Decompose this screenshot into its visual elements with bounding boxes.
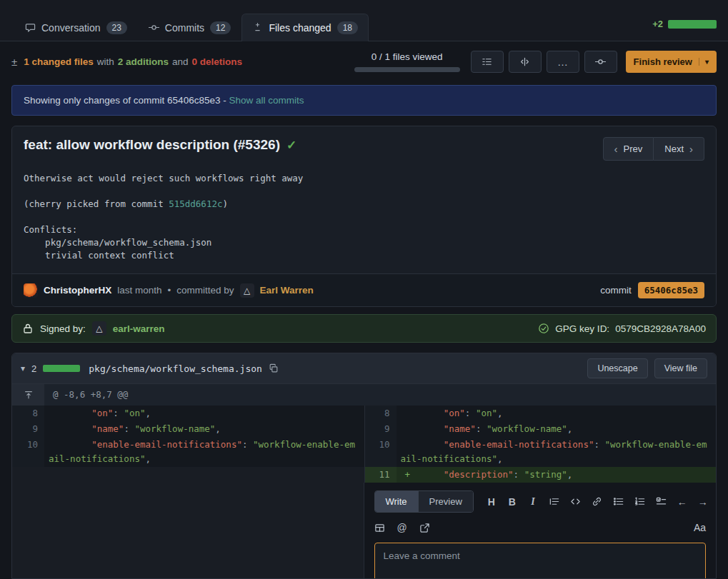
gpg-key-label: GPG key ID: [555,323,609,334]
expand-hunk-button[interactable] [12,384,44,406]
split-view-button[interactable] [509,51,542,73]
author-link[interactable]: ChristopherHX [44,285,111,296]
review-toolbar: ± 1 changed files with 2 additions and 0… [0,41,728,81]
blank-line [24,211,704,223]
ordered-list-icon[interactable] [634,496,645,507]
tab-commits[interactable]: Commits 12 [138,14,242,41]
next-label: Next [664,144,684,154]
finish-review-button[interactable]: Finish review ▾ [626,51,717,73]
columns-icon [519,56,530,67]
prev-commit-button[interactable]: ‹ Prev [603,137,654,161]
commit-message-line: trivial context conflict [24,249,704,262]
more-options-button[interactable]: … [547,51,579,73]
gpg-key-group: GPG key ID: 0579CB2928A78A00 [538,323,706,334]
tab-label: Commits [165,22,204,34]
commit-message-line: pkg/schema/workflow_schema.json [24,236,704,249]
new-line-number[interactable]: 8 [364,406,397,421]
committer-avatar[interactable]: △ [240,283,254,298]
new-line-number[interactable]: 11 [364,467,397,483]
global-diff-stat: +2 [652,19,717,41]
file-additions-count: 2 [31,363,36,374]
committed-by-text: committed by [176,285,234,296]
diff-grid: @ -8,6 +8,7 @@ 8 "on": "on",8 "on": "on"… [12,384,716,483]
diff-plusminus-icon: ± [11,56,17,68]
tab-label: Conversation [41,22,101,34]
commit-message-line: Conflicts: [24,223,704,236]
pr-tabbar: Conversation 23 Commits 12 Files changed… [0,0,728,41]
file-header: ▾ 2 pkg/schema/workflow_schema.json Unes… [12,353,716,384]
commit-icon [149,22,159,33]
tab-write[interactable]: Write [375,491,418,512]
commit-title-text: feat: allow workflow description (#5326) [24,137,280,153]
undo-icon[interactable]: ← [677,496,687,508]
files-viewed: 0 / 1 files viewed [354,51,460,72]
tab-conversation[interactable]: Conversation 23 [14,14,138,41]
tab-files-changed[interactable]: Files changed 18 [241,14,369,41]
redo-icon[interactable]: → [698,496,708,508]
cherry-pick-text: (cherry picked from commit [24,198,169,209]
quote-icon[interactable] [549,496,559,507]
unescape-button[interactable]: Unescape [587,358,647,378]
italic-icon[interactable]: I [528,496,538,508]
tab-label: Files changed [269,22,331,34]
tab-preview[interactable]: Preview [418,491,473,512]
next-commit-button[interactable]: Next › [654,137,704,161]
new-code-cell: "enable-email-notifications": "workflow-… [397,437,717,467]
file-path: pkg/schema/workflow_schema.json [89,363,262,374]
signed-by-label: Signed by: [40,323,86,334]
view-file-button[interactable]: View file [654,358,707,378]
author-avatar[interactable] [24,283,38,298]
summary-text: and [172,56,189,67]
comment-textarea[interactable] [374,543,707,579]
old-line-number[interactable]: 10 [12,437,44,467]
commit-select-button[interactable] [584,51,617,73]
code-icon[interactable] [570,496,581,507]
committer-link[interactable]: Earl Warren [260,285,314,296]
md-toolbar: H B I ← → [487,496,708,508]
new-line-number[interactable]: 9 [364,421,397,437]
summary-text: with [97,56,114,67]
task-list-icon[interactable] [656,496,667,507]
copy-path-button[interactable] [269,363,279,373]
prev-label: Prev [624,144,643,154]
reference-icon[interactable] [419,523,430,533]
md-editor-header: Write Preview H B I ← → [374,490,707,513]
gpg-key-id: 0579CB2928A78A00 [615,323,706,334]
diff-bottom: Write Preview H B I ← → [12,483,716,578]
old-line-number[interactable]: 8 [12,406,44,421]
unordered-list-icon[interactable] [613,496,624,507]
commit-message-body: Otherwise act would reject such workflow… [12,166,716,273]
mention-icon[interactable]: @ [397,522,407,533]
comment-icon [25,22,36,33]
inline-comment-form: Write Preview H B I ← → [364,483,717,578]
cherry-pick-sha-link[interactable]: 515dd6612c [169,198,222,209]
collapse-file-icon[interactable]: ▾ [21,363,25,373]
commit-title: feat: allow workflow description (#5326)… [24,137,296,153]
file-diff-stat-bar [43,365,80,372]
old-line-number[interactable]: 9 [12,421,44,437]
commit-label: commit [600,285,632,296]
commit-icon [595,56,606,67]
finish-review-label: Finish review [634,56,692,67]
diff-stat-additions: +2 [652,19,663,29]
commit-card: feat: allow workflow description (#5326)… [11,126,717,307]
heading-icon[interactable]: H [487,496,497,508]
link-icon[interactable] [592,496,602,507]
chevron-left-icon: ‹ [614,146,618,153]
new-code-cell: + "description": "string", [397,467,717,483]
ci-success-icon: ✓ [286,138,296,153]
commit-sha-badge[interactable]: 65406c85e3 [638,282,704,298]
new-line-number[interactable]: 10 [364,437,397,467]
signer-avatar[interactable]: △ [92,321,106,336]
show-all-commits-link[interactable]: Show all commits [229,95,304,106]
font-size-toggle[interactable]: Aa [694,522,706,533]
commit-footer: ChristopherHX last month • committed by … [12,273,716,306]
file-tree-toggle-button[interactable] [471,51,504,73]
changes-summary: ± 1 changed files with 2 additions and 0… [11,56,242,68]
commit-filter-banner: Showing only changes of commit 65406c85e… [11,85,717,116]
changed-files-count: 1 changed files [24,56,94,67]
bold-icon[interactable]: B [507,496,517,508]
table-icon[interactable] [374,523,385,533]
signer-link[interactable]: earl-warren [113,323,165,334]
addition-marker: + [405,468,411,482]
